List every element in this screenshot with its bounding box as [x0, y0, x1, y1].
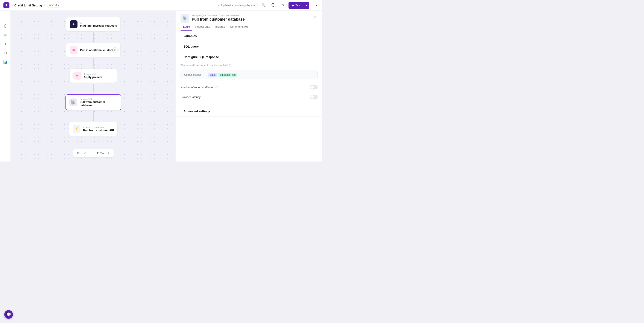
provider-latency-toggle[interactable] — [310, 95, 318, 99]
updated-text: Updated a minute ago by you — [221, 4, 255, 7]
toggle-thumb-1 — [310, 86, 314, 89]
version-dot — [49, 4, 51, 6]
main-area: ☰ {} ⊞ ✦ ☐ 📊 ✦ AI Flag limit increase re… — [0, 11, 322, 161]
postgresql-node[interactable]: 🐘 PostgreSQL Pull from customer database — [66, 94, 121, 110]
version-selector[interactable]: v1.0 ▾ — [47, 3, 61, 8]
provider-latency-row: Provider latency ⓘ — [180, 92, 318, 102]
tab-logic[interactable]: Logic — [180, 23, 192, 31]
panel-title-area: PostgreSQL • Database - Customer databas… — [192, 14, 245, 22]
output-chip-field: database_res — [218, 73, 238, 77]
variables-chevron: › — [180, 34, 182, 37]
merge-node-add[interactable]: ⊕ — [113, 47, 118, 52]
ai-node-icon: ✦ — [70, 20, 78, 28]
sql-query-title: SQL query — [184, 45, 199, 48]
custom-node-icon: ⚡ — [73, 125, 80, 133]
zoom-level: 115% — [96, 152, 104, 155]
pg-node-type: PostgreSQL — [80, 98, 118, 100]
connector-2 — [92, 57, 94, 68]
test-dropdown-button[interactable]: ▾ — [304, 2, 309, 9]
sidebar-ai-icon[interactable]: ✦ — [2, 40, 9, 48]
sidebar-grid-icon[interactable]: ⊞ — [2, 31, 9, 39]
sidebar-docs-icon[interactable]: ☐ — [2, 49, 9, 57]
records-affected-toggle[interactable] — [310, 85, 318, 89]
connector-1 — [92, 32, 94, 42]
tab-inspect-data[interactable]: Inspect data — [192, 23, 213, 31]
advanced-chevron: › — [180, 110, 182, 113]
tab-insights[interactable]: Insights — [213, 23, 228, 31]
records-affected-row: Number of records affected ⓘ — [180, 83, 318, 92]
records-affected-label: Number of records affected ⓘ — [180, 86, 218, 89]
panel-breadcrumb: PostgreSQL • Database - Customer databas… — [192, 14, 245, 17]
assignment-node-info: Assignment Apply presets — [84, 73, 113, 79]
pg-node-name: Pull from customer database — [80, 100, 118, 107]
comments-button[interactable]: 💬 — [270, 2, 276, 9]
play-icon: ▶ — [292, 4, 294, 7]
panel-header: 🐘 PostgreSQL • Database - Customer datab… — [176, 11, 322, 23]
panel-tabs: Logic Inspect data Insights Comments (0) — [176, 23, 322, 31]
header-left: T > Credit Limit Setting > v1.0 ▾ — [4, 2, 61, 8]
tab-comments[interactable]: Comments (0) — [228, 23, 250, 31]
custom-node-info: Custom Connection Pull from customer API — [83, 126, 114, 132]
zoom-in-button[interactable]: + — [106, 151, 111, 156]
test-button-group: ▶ Test ▾ — [288, 2, 309, 9]
app-logo: T — [4, 2, 10, 8]
assignment-node-type: Assignment — [84, 73, 113, 75]
zoom-controls: ⊡ ⤢ − 115% + — [73, 149, 114, 157]
output-location-label: Output location — [184, 73, 206, 76]
ai-node-info: AI Flag limit increase requests — [80, 21, 117, 27]
info-icon: ⓘ — [228, 64, 231, 67]
merge-node[interactable]: ⊞ Pull in additional custome... ⊕ — [66, 43, 121, 57]
panel-header-left: 🐘 PostgreSQL • Database - Customer datab… — [180, 14, 245, 23]
assignment-node[interactable]: ＝ Assignment Apply presets — [70, 69, 117, 83]
header-right: ✓ Updated a minute ago by you 🔍 💬 ↻ ▶ Te… — [215, 2, 318, 9]
version-label: v1.0 — [52, 4, 57, 7]
output-location-row: Output location data. database_res — [180, 70, 318, 79]
chevron-down-icon: ▾ — [58, 4, 59, 6]
test-button[interactable]: ▶ Test — [288, 2, 304, 9]
sidebar-code-icon[interactable]: {} — [2, 22, 9, 29]
output-chip-data: data. — [208, 73, 218, 77]
variables-section-header[interactable]: › Variables — [176, 31, 322, 41]
configure-sql-section: › Configure SQL response The data will b… — [176, 52, 322, 106]
advanced-settings-header[interactable]: › Advanced settings — [176, 106, 322, 116]
panel-title: Pull from customer database — [192, 17, 245, 22]
variables-section: › Variables — [176, 31, 322, 41]
configure-sql-header[interactable]: › Configure SQL response — [176, 52, 322, 62]
ai-node-type: AI — [80, 21, 117, 24]
custom-node[interactable]: ⚡ Custom Connection Pull from customer A… — [69, 122, 118, 136]
check-icon: ✓ — [218, 4, 220, 7]
connector-4 — [92, 111, 94, 121]
ai-node-name: Flag limit increase requests — [80, 24, 117, 27]
refresh-button[interactable]: ↻ — [279, 2, 286, 9]
merge-node-name: Pull in additional custome... — [80, 48, 117, 52]
advanced-settings-section: › Advanced settings — [176, 106, 322, 117]
merge-node-info: Pull in additional custome... — [80, 48, 117, 52]
configure-sql-chevron: › — [180, 57, 182, 57]
custom-node-type: Custom Connection — [83, 126, 114, 129]
assignment-node-name: Apply presets — [84, 75, 113, 79]
right-panel: 🐘 PostgreSQL • Database - Customer datab… — [176, 11, 322, 161]
variables-title: Variables — [184, 34, 197, 38]
search-button[interactable]: 🔍 — [260, 2, 267, 9]
workflow-canvas[interactable]: ✦ AI Flag limit increase requests ⊞ Pull… — [11, 11, 176, 161]
provider-latency-label: Provider latency ⓘ — [180, 95, 204, 99]
panel-close-button[interactable]: × — [312, 14, 318, 20]
workflow-title: Credit Limit Setting — [14, 4, 42, 7]
flow-container: ✦ AI Flag limit increase requests ⊞ Pull… — [11, 11, 176, 161]
connector-3 — [92, 83, 94, 94]
fit-view-button[interactable]: ⊡ — [76, 151, 81, 156]
test-label: Test — [296, 4, 300, 7]
pg-node-info: PostgreSQL Pull from customer database — [80, 98, 118, 107]
more-options-button[interactable]: ⋯ — [312, 2, 318, 9]
header: T > Credit Limit Setting > v1.0 ▾ ✓ Upda… — [0, 0, 322, 11]
configure-sql-desc: The data will be stored in the chosen fi… — [180, 64, 318, 67]
ai-node[interactable]: ✦ AI Flag limit increase requests — [66, 17, 120, 31]
fullscreen-button[interactable]: ⤢ — [83, 151, 88, 156]
sidebar-analytics-icon[interactable]: 📊 — [2, 58, 9, 66]
sql-query-chevron: › — [180, 45, 182, 48]
zoom-out-button[interactable]: − — [90, 151, 95, 156]
sidebar-list-icon[interactable]: ☰ — [2, 13, 9, 20]
pg-node-icon: 🐘 — [69, 98, 77, 106]
sql-query-section-header[interactable]: › SQL query — [176, 41, 322, 52]
panel-content: › Variables › SQL query › Configure SQL … — [176, 31, 322, 161]
